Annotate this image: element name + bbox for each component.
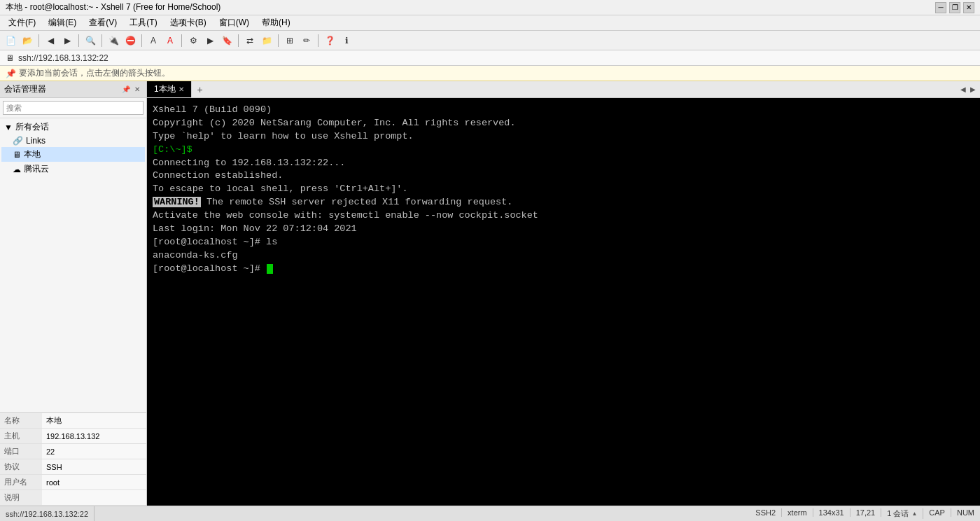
tree-tencent-label: 腾讯云 bbox=[24, 163, 49, 175]
toolbar: 📄 📂 ◀ ▶ 🔍 🔌 ⛔ A A ⚙ ▶ 🔖 ⇄ 📁 ⊞ ✏ ❓ ℹ bbox=[0, 31, 980, 50]
tab-nav: ◀ ▶ bbox=[956, 81, 980, 97]
address-bar: 🖥 ssh://192.168.13.132:22 bbox=[0, 50, 980, 66]
sidebar-search-input[interactable] bbox=[3, 101, 144, 115]
terminal-line: Type `help' to learn how to use Xshell p… bbox=[153, 130, 974, 144]
address-text: ssh://192.168.13.132:22 bbox=[18, 53, 108, 63]
status-position-text: 17,21 bbox=[856, 508, 876, 517]
sidebar-tree: ▼ 所有会话 🔗 Links 🖥 本地 ☁ 腾讯云 bbox=[0, 118, 146, 412]
props-value: 192.168.13.132 bbox=[42, 429, 146, 444]
tree-item-links[interactable]: 🔗 Links bbox=[1, 134, 145, 147]
toolbar-sep-6 bbox=[238, 34, 239, 47]
session-panel-pin[interactable]: 📌 bbox=[121, 85, 131, 95]
menu-help[interactable]: 帮助(H) bbox=[256, 15, 296, 30]
terminal-line: Connection established. bbox=[153, 169, 974, 183]
props-value: 本地 bbox=[42, 413, 146, 429]
menu-view[interactable]: 查看(V) bbox=[83, 15, 122, 30]
props-key: 协议 bbox=[0, 459, 42, 475]
tree-tencent-icon: ☁ bbox=[13, 165, 21, 174]
notif-icon: 📌 bbox=[6, 69, 16, 78]
status-bar: ssh://192.168.13.132:22 SSH2 xterm 134x3… bbox=[0, 506, 980, 521]
status-cap: CAP bbox=[923, 508, 951, 517]
session-panel-header: 会话管理器 📌 ✕ bbox=[0, 81, 147, 97]
tab-session-row: 会话管理器 📌 ✕ 1本地 ✕ + ◀ ▶ bbox=[0, 81, 980, 98]
tab-next-button[interactable]: ▶ bbox=[969, 84, 977, 95]
terminal-line: Xshell 7 (Build 0090) bbox=[153, 104, 974, 117]
session-panel-controls: 📌 ✕ bbox=[121, 85, 142, 95]
terminal-line: Last login: Mon Nov 22 07:12:04 2021 bbox=[153, 223, 974, 236]
props-row: 用户名root bbox=[0, 475, 146, 490]
tab-add-button[interactable]: + bbox=[192, 81, 209, 97]
terminal-warning-badge: WARNING! bbox=[153, 197, 201, 207]
toolbar-disconnect-btn[interactable]: ⛔ bbox=[122, 33, 138, 48]
terminal-line: anaconda-ks.cfg bbox=[153, 249, 974, 263]
menu-edit[interactable]: 编辑(E) bbox=[43, 15, 82, 30]
toolbar-help-btn[interactable]: ❓ bbox=[322, 33, 337, 48]
terminal-cursor bbox=[267, 264, 273, 274]
status-ssh: SSH2 bbox=[750, 508, 782, 517]
session-panel-close[interactable]: ✕ bbox=[132, 85, 142, 95]
props-key: 主机 bbox=[0, 429, 42, 444]
toolbar-sep-5 bbox=[181, 34, 182, 47]
toolbar-bookmark-btn[interactable]: 🔖 bbox=[219, 33, 234, 48]
props-table: 名称本地主机192.168.13.132端口22协议SSH用户名root说明 bbox=[0, 413, 146, 506]
close-button[interactable]: ✕ bbox=[963, 2, 974, 13]
status-num-text: NUM bbox=[957, 508, 974, 517]
tree-item-all-sessions[interactable]: ▼ 所有会话 bbox=[1, 120, 145, 134]
tab-local-close[interactable]: ✕ bbox=[178, 85, 184, 93]
tree-expand-icon: ▼ bbox=[4, 123, 13, 132]
title-bar: 本地 - root@localhost:~ - Xshell 7 (Free f… bbox=[0, 0, 980, 15]
tab-prev-button[interactable]: ◀ bbox=[959, 84, 967, 95]
status-xterm: xterm bbox=[782, 508, 813, 517]
tab-local[interactable]: 1本地 ✕ bbox=[147, 81, 192, 97]
tree-item-tencent[interactable]: ☁ 腾讯云 bbox=[1, 162, 145, 176]
terminal-line: To escape to local shell, press 'Ctrl+Al… bbox=[153, 183, 974, 196]
tab-local-label: 1本地 bbox=[154, 83, 176, 95]
status-size-text: 134x31 bbox=[819, 508, 844, 517]
minimize-button[interactable]: ─ bbox=[935, 2, 946, 13]
toolbar-info-btn[interactable]: ℹ bbox=[339, 33, 354, 48]
toolbar-font-color-btn[interactable]: A bbox=[162, 33, 178, 48]
window-controls: ─ ❐ ✕ bbox=[935, 2, 974, 13]
props-key: 名称 bbox=[0, 413, 42, 429]
session-panel-label: 会话管理器 bbox=[4, 83, 46, 95]
props-value: 22 bbox=[42, 444, 146, 459]
toolbar-macro-btn[interactable]: ⚙ bbox=[186, 33, 201, 48]
toolbar-compose-btn[interactable]: ✏ bbox=[299, 33, 314, 48]
terminal-line: [root@localhost ~]# bbox=[153, 263, 974, 276]
terminal-line: [C:\~]$ bbox=[153, 144, 974, 157]
menu-file[interactable]: 文件(F) bbox=[3, 15, 41, 30]
props-key: 说明 bbox=[0, 490, 42, 506]
menu-window[interactable]: 窗口(W) bbox=[214, 15, 255, 30]
toolbar-script-btn[interactable]: ▶ bbox=[202, 33, 218, 48]
toolbar-sftp-btn[interactable]: 📁 bbox=[259, 33, 274, 48]
toolbar-forward-btn[interactable]: ▶ bbox=[59, 33, 75, 48]
properties-panel: 名称本地主机192.168.13.132端口22协议SSH用户名root说明 bbox=[0, 412, 146, 506]
toolbar-back-btn[interactable]: ◀ bbox=[43, 33, 58, 48]
toolbar-sep-3 bbox=[102, 34, 102, 47]
tree-links-icon: 🔗 bbox=[13, 136, 23, 146]
toolbar-xftp-btn[interactable]: ⇄ bbox=[242, 33, 258, 48]
status-position: 17,21 bbox=[850, 508, 882, 517]
terminal[interactable]: Xshell 7 (Build 0090)Copyright (c) 2020 … bbox=[147, 98, 980, 506]
toolbar-connect-btn[interactable]: 🔌 bbox=[106, 33, 121, 48]
status-connection: ssh://192.168.13.132:22 bbox=[0, 506, 94, 521]
menu-tools[interactable]: 工具(T) bbox=[124, 15, 162, 30]
props-row: 说明 bbox=[0, 490, 146, 506]
toolbar-open-btn[interactable]: 📂 bbox=[20, 33, 35, 48]
sessions-expand-icon[interactable]: ▲ bbox=[911, 510, 917, 517]
toolbar-new-btn[interactable]: 📄 bbox=[3, 33, 18, 48]
toolbar-sep-8 bbox=[318, 34, 318, 47]
toolbar-sep-4 bbox=[141, 34, 142, 47]
props-value: root bbox=[42, 475, 146, 490]
terminal-line: Activate the web console with: systemctl… bbox=[153, 209, 974, 223]
props-value: SSH bbox=[42, 459, 146, 475]
menu-tabs[interactable]: 选项卡(B) bbox=[164, 15, 212, 30]
tree-item-all-label: 所有会话 bbox=[15, 121, 49, 133]
restore-button[interactable]: ❐ bbox=[949, 2, 960, 13]
props-row: 主机192.168.13.132 bbox=[0, 429, 146, 444]
toolbar-layout-btn[interactable]: ⊞ bbox=[282, 33, 298, 48]
tree-item-local[interactable]: 🖥 本地 bbox=[1, 147, 145, 162]
toolbar-font-btn[interactable]: A bbox=[146, 33, 161, 48]
terminal-line: WARNING! The remote SSH server rejected … bbox=[153, 196, 974, 209]
toolbar-search-btn[interactable]: 🔍 bbox=[83, 33, 98, 48]
